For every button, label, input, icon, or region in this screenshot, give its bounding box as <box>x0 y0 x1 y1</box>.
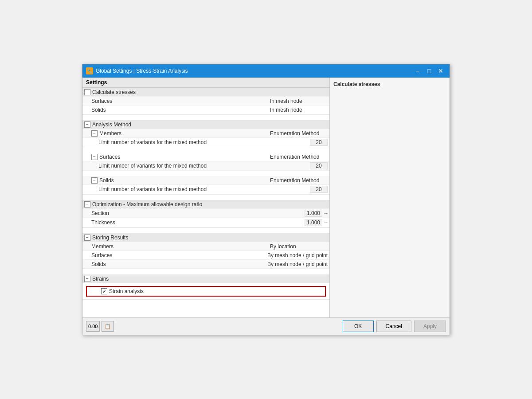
spacer3 <box>82 171 329 176</box>
window-controls: − □ ✕ <box>412 66 446 76</box>
info-panel: Calculate stresses <box>330 78 450 317</box>
spacer5 <box>82 228 329 233</box>
strain-analysis-container: ✓ Strain analysis <box>82 283 329 299</box>
section-value-combo: 1.000 -- <box>305 210 328 217</box>
thickness-row: Thickness 1.000 -- <box>82 218 329 227</box>
analysis-solids-row: − Solids Enumeration Method <box>82 176 329 185</box>
collapse-strains-icon[interactable]: − <box>84 276 90 282</box>
analysis-surfaces-label: Surfaces <box>99 154 270 160</box>
main-window: 🔧 Global Settings | Stress-Strain Analys… <box>82 64 450 335</box>
storing-members-label: Members <box>91 243 270 250</box>
thickness-value: 1.000 <box>305 219 322 226</box>
strain-analysis-label: Strain analysis <box>109 288 323 294</box>
storing-results-section: − Storing Results Members By location Su… <box>82 233 329 269</box>
surfaces-label: Surfaces <box>91 98 270 104</box>
footer-bar: 0.00 📋 OK Cancel Apply <box>82 317 450 335</box>
solids-limit-label: Limit number of variants for the mixed m… <box>98 186 310 192</box>
apply-button[interactable]: Apply <box>414 321 446 332</box>
strains-section: − Strains ✓ Strain analysis <box>82 274 329 300</box>
collapse-solids-icon[interactable]: − <box>91 177 98 184</box>
members-value: Enumeration Method <box>270 130 328 137</box>
members-limit-row: Limit number of variants for the mixed m… <box>82 138 329 147</box>
storing-surfaces-value: By mesh node / grid point <box>267 252 328 258</box>
ok-button[interactable]: OK <box>343 321 374 332</box>
content-area: Settings − Calculate stresses Surfaces I… <box>82 78 450 317</box>
thickness-unit: -- <box>324 219 328 226</box>
analysis-surfaces-value: Enumeration Method <box>270 154 328 160</box>
solids-row: Solids In mesh node <box>82 106 329 114</box>
storing-solids-value: By mesh node / grid point <box>267 261 328 267</box>
thickness-label: Thickness <box>91 219 305 226</box>
strains-label: Strains <box>92 276 328 282</box>
settings-panel: Settings − Calculate stresses Surfaces I… <box>82 78 330 317</box>
analysis-method-label: Analysis Method <box>92 121 328 128</box>
title-bar: 🔧 Global Settings | Stress-Strain Analys… <box>82 64 450 78</box>
storing-members-row: Members By location <box>82 242 329 251</box>
collapse-members-icon[interactable]: − <box>91 130 98 137</box>
surfaces-limit-label: Limit number of variants for the mixed m… <box>98 163 310 169</box>
collapse-analysis-method-icon[interactable]: − <box>84 121 90 128</box>
solids-limit-value: 20 <box>310 186 328 193</box>
calculate-stresses-label: Calculate stresses <box>92 89 328 95</box>
analysis-solids-label: Solids <box>99 177 270 184</box>
storing-solids-label: Solids <box>91 261 267 267</box>
section-row: Section 1.000 -- <box>82 209 329 218</box>
optimization-label: Optimization - Maximum allowable design … <box>92 201 328 207</box>
strain-analysis-row[interactable]: ✓ Strain analysis <box>86 286 326 297</box>
solids-value: In mesh node <box>270 107 328 113</box>
footer-tools: 0.00 📋 <box>86 321 341 332</box>
surfaces-row: Surfaces In mesh node <box>82 97 329 106</box>
spacer2 <box>82 147 329 153</box>
members-limit-label: Limit number of variants for the mixed m… <box>98 139 310 145</box>
window-title: Global Settings | Stress-Strain Analysis <box>96 68 412 74</box>
optimization-section: − Optimization - Maximum allowable desig… <box>82 200 329 228</box>
copy-tool-button[interactable]: 📋 <box>102 321 114 332</box>
surfaces-value: In mesh node <box>270 98 328 104</box>
copy-icon: 📋 <box>105 324 111 329</box>
app-icon: 🔧 <box>86 67 93 74</box>
strains-row: − Strains <box>82 274 329 283</box>
solids-label: Solids <box>91 107 270 113</box>
members-row: − Members Enumeration Method <box>82 129 329 138</box>
info-title: Calculate stresses <box>333 81 446 87</box>
window-body: Settings − Calculate stresses Surfaces I… <box>82 78 450 335</box>
strain-analysis-checkbox[interactable]: ✓ <box>101 288 107 294</box>
storing-results-row: − Storing Results <box>82 233 329 242</box>
bottom-spacer <box>82 300 329 317</box>
calculate-stresses-row: − Calculate stresses <box>82 88 329 97</box>
analysis-solids-value: Enumeration Method <box>270 177 328 184</box>
optimization-row: − Optimization - Maximum allowable desig… <box>82 200 329 209</box>
calculate-stresses-section: − Calculate stresses Surfaces In mesh no… <box>82 88 329 115</box>
members-limit-value: 20 <box>310 139 328 146</box>
section-unit: -- <box>324 210 328 216</box>
solids-limit-row: Limit number of variants for the mixed m… <box>82 185 329 194</box>
spacer1 <box>82 115 329 120</box>
cancel-button[interactable]: Cancel <box>376 321 411 332</box>
footer-buttons: OK Cancel Apply <box>343 321 446 332</box>
members-label: Members <box>99 130 270 137</box>
storing-surfaces-label: Surfaces <box>91 252 267 258</box>
storing-surfaces-row: Surfaces By mesh node / grid point <box>82 251 329 260</box>
minimize-button[interactable]: − <box>412 66 423 76</box>
settings-header: Settings <box>82 78 329 88</box>
storing-results-label: Storing Results <box>92 235 328 241</box>
analysis-method-section: − Analysis Method − Members Enumeration … <box>82 120 329 195</box>
section-label: Section <box>91 210 305 216</box>
spacer4 <box>82 195 329 200</box>
surfaces-limit-value: 20 <box>310 162 328 169</box>
settings-content: − Calculate stresses Surfaces In mesh no… <box>82 88 329 317</box>
surfaces-limit-row: Limit number of variants for the mixed m… <box>82 161 329 171</box>
decimal-tool-button[interactable]: 0.00 <box>86 321 100 332</box>
thickness-value-combo: 1.000 -- <box>305 219 328 226</box>
collapse-surfaces-icon[interactable]: − <box>91 154 98 160</box>
close-button[interactable]: ✕ <box>435 66 446 76</box>
collapse-optimization-icon[interactable]: − <box>84 201 90 207</box>
storing-members-value: By location <box>270 243 328 250</box>
analysis-surfaces-row: − Surfaces Enumeration Method <box>82 153 329 161</box>
storing-solids-row: Solids By mesh node / grid point <box>82 260 329 269</box>
section-value: 1.000 <box>305 210 322 217</box>
collapse-storing-results-icon[interactable]: − <box>84 235 90 241</box>
collapse-calculate-stresses-icon[interactable]: − <box>84 89 90 95</box>
restore-button[interactable]: □ <box>424 66 434 76</box>
analysis-method-row: − Analysis Method <box>82 120 329 129</box>
